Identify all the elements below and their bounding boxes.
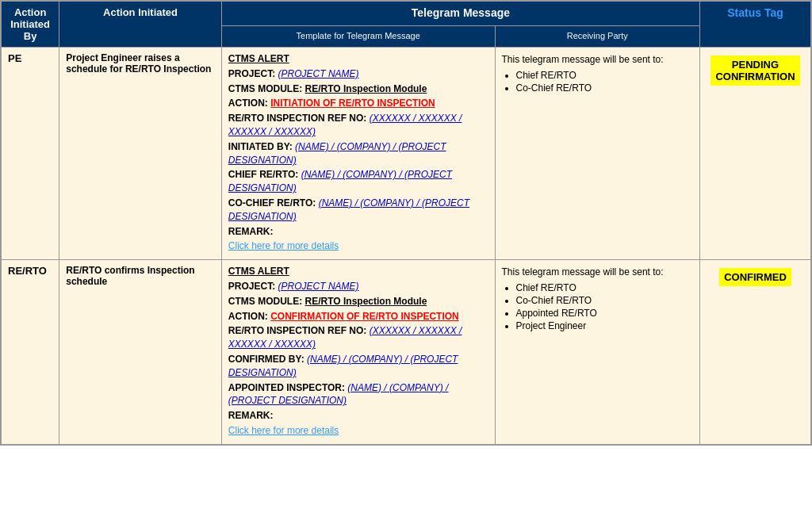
receiving-intro-1: This telegram message will be sent to: xyxy=(502,52,693,67)
initiated-label-1: INITIATED BY: xyxy=(228,141,293,152)
action-initiated-header: Action Initiated xyxy=(59,2,222,48)
click-link-1[interactable]: Click here for more details xyxy=(228,239,488,253)
module-label-1: CTMS MODULE: xyxy=(228,83,302,94)
template-header: Template for Telegram Message xyxy=(221,26,495,48)
project-label-1: PROJECT: xyxy=(228,68,275,79)
cochief-line-1: CO-CHIEF RE/RTO: (NAME) / (COMPANY) / (P… xyxy=(228,197,488,224)
receiving-label: Receiving Party xyxy=(567,31,628,40)
receiving-list-1: Chief RE/RTO Co-Chief RE/RTO xyxy=(502,70,693,94)
remark-label-1: REMARK: xyxy=(228,226,274,237)
status-tag-label: Status Tag xyxy=(727,6,783,19)
module-label-2: CTMS MODULE: xyxy=(228,296,302,307)
project-line-2: PROJECT: (PROJECT NAME) xyxy=(228,280,488,293)
module-line-1: CTMS MODULE: RE/RTO Inspection Module xyxy=(228,82,488,96)
main-table-wrapper: ActionInitiatedBy Action Initiated Teleg… xyxy=(0,0,812,446)
project-val-1: (PROJECT NAME) xyxy=(278,68,359,79)
action-desc-cell-1: Project Engineer raises a schedule for R… xyxy=(59,48,222,260)
action-val-1: INITIATION OF RE/RTO INSPECTION xyxy=(270,98,435,109)
receiving-intro-text-2: This telegram message will be sent to: xyxy=(502,266,664,277)
chief-label-1: CHIEF RE/RTO: xyxy=(228,169,298,180)
action-by-text-1: PE xyxy=(8,52,21,64)
action-label-1: ACTION: xyxy=(228,98,268,109)
appointed-label-2: APPOINTED INSPECTOR: xyxy=(228,382,345,393)
module-line-2: CTMS MODULE: RE/RTO Inspection Module xyxy=(228,295,488,308)
ref-line-1: RE/RTO INSPECTION REF NO: (XXXXXX / XXXX… xyxy=(228,112,488,139)
confirmed-label-2: CONFIRMED BY: xyxy=(228,354,304,365)
template-label: Template for Telegram Message xyxy=(297,31,420,40)
status-badge-2: CONFIRMED xyxy=(719,268,791,286)
status-tag-header: Status Tag xyxy=(699,2,810,48)
bullet-item: Project Engineer xyxy=(516,320,693,331)
action-by-text-2: RE/RTO xyxy=(8,265,47,277)
receiving-intro-2: This telegram message will be sent to: xyxy=(502,265,693,279)
remark-line-1: REMARK: xyxy=(228,225,488,239)
action-initiated-by-header: ActionInitiatedBy xyxy=(2,2,59,48)
action-desc-cell-2: RE/RTO confirms Inspection schedule xyxy=(59,260,222,445)
action-by-cell-2: RE/RTO xyxy=(2,260,59,445)
template-cell-1: CTMS ALERT PROJECT: (PROJECT NAME) CTMS … xyxy=(221,48,495,260)
receiving-header: Receiving Party xyxy=(495,26,699,48)
receiving-list-2: Chief RE/RTO Co-Chief RE/RTO Appointed R… xyxy=(502,282,693,331)
project-label-2: PROJECT: xyxy=(228,281,275,292)
remark-line-2: REMARK: xyxy=(228,409,488,423)
bullet-item: Chief RE/RTO xyxy=(516,70,693,81)
template-cell-2: CTMS ALERT PROJECT: (PROJECT NAME) CTMS … xyxy=(221,260,495,445)
ref-label-2: RE/RTO INSPECTION REF NO: xyxy=(228,325,366,336)
ref-line-2: RE/RTO INSPECTION REF NO: (XXXXXX / XXXX… xyxy=(228,324,488,351)
module-val-2: RE/RTO Inspection Module xyxy=(305,296,427,307)
click-here-link-2[interactable]: Click here for more details xyxy=(228,425,339,436)
ctms-alert-1: CTMS ALERT xyxy=(228,53,289,64)
header-row: ActionInitiatedBy Action Initiated Teleg… xyxy=(2,2,811,26)
click-link-2[interactable]: Click here for more details xyxy=(228,424,488,438)
action-by-cell-1: PE xyxy=(2,48,59,260)
status-cell-2: CONFIRMED xyxy=(699,260,810,445)
table-row: RE/RTO RE/RTO confirms Inspection schedu… xyxy=(2,260,811,445)
chief-line-1: CHIEF RE/RTO: (NAME) / (COMPANY) / (PROJ… xyxy=(228,168,488,195)
remark-label-2: REMARK: xyxy=(228,410,274,421)
module-val-1: RE/RTO Inspection Module xyxy=(305,83,427,94)
alert-line-1: CTMS ALERT xyxy=(228,52,488,66)
initiated-line-1: INITIATED BY: (NAME) / (COMPANY) / (PROJ… xyxy=(228,140,488,167)
bullet-item: Co-Chief RE/RTO xyxy=(516,82,693,94)
action-label-2: ACTION: xyxy=(228,311,268,322)
bullet-item: Appointed RE/RTO xyxy=(516,308,693,319)
table-row: PE Project Engineer raises a schedule fo… xyxy=(2,48,811,260)
ctms-alert-2: CTMS ALERT xyxy=(228,266,289,277)
telegram-message-label: Telegram Message xyxy=(412,6,510,19)
bullet-item: Chief RE/RTO xyxy=(516,282,693,293)
project-val-2: (PROJECT NAME) xyxy=(278,281,359,292)
action-line-2: ACTION: CONFIRMATION OF RE/RTO INSPECTIO… xyxy=(228,310,488,323)
receiving-intro-text-1: This telegram message will be sent to: xyxy=(502,54,664,65)
alert-line-2: CTMS ALERT xyxy=(228,265,488,278)
appointed-line-2: APPOINTED INSPECTOR: (NAME) / (COMPANY) … xyxy=(228,381,488,408)
project-line-1: PROJECT: (PROJECT NAME) xyxy=(228,67,488,81)
action-desc-text-2: RE/RTO confirms Inspection schedule xyxy=(66,265,194,287)
status-cell-1: PENDINGCONFIRMATION xyxy=(699,48,810,260)
telegram-message-header: Telegram Message xyxy=(221,2,699,26)
bullet-item: Co-Chief RE/RTO xyxy=(516,295,693,306)
receiving-cell-1: This telegram message will be sent to: C… xyxy=(495,48,699,260)
confirmed-line-2: CONFIRMED BY: (NAME) / (COMPANY) / (PROJ… xyxy=(228,353,488,380)
click-here-link-1[interactable]: Click here for more details xyxy=(228,240,339,251)
cochief-label-1: CO-CHIEF RE/RTO: xyxy=(228,197,316,209)
receiving-cell-2: This telegram message will be sent to: C… xyxy=(495,260,699,445)
ref-label-1: RE/RTO INSPECTION REF NO: xyxy=(228,113,366,124)
action-val-2: CONFIRMATION OF RE/RTO INSPECTION xyxy=(270,311,459,322)
action-desc-text-1: Project Engineer raises a schedule for R… xyxy=(66,52,211,75)
status-badge-1: PENDINGCONFIRMATION xyxy=(710,55,799,86)
action-line-1: ACTION: INITIATION OF RE/RTO INSPECTION xyxy=(228,97,488,110)
